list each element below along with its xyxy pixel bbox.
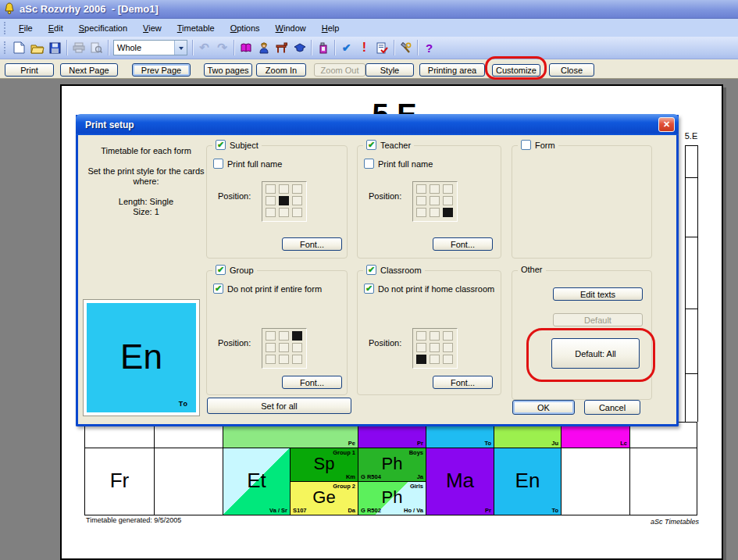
- group-font-button[interactable]: Font...: [282, 376, 342, 389]
- group-checkbox[interactable]: [216, 265, 226, 275]
- application-window: aSc Rozvrhy 2006 - [Demo1] File Edit Spe…: [0, 0, 738, 560]
- menubar-grip[interactable]: [4, 22, 8, 34]
- preview-subject: En: [87, 337, 196, 376]
- close-button[interactable]: Close: [549, 63, 594, 77]
- subject-group: Subject Print full name Position: Font..…: [206, 145, 348, 259]
- zoom-in-button[interactable]: Zoom In: [256, 63, 306, 77]
- menu-timetable[interactable]: Timetable: [170, 22, 222, 34]
- group-no-print-entire-form-checkbox[interactable]: [213, 284, 223, 294]
- two-pages-button[interactable]: Two pages: [204, 63, 252, 77]
- teacher-initials: Va / Sr: [269, 507, 287, 514]
- prev-page-button[interactable]: Prev Page: [132, 63, 191, 77]
- teacher-print-full-name-checkbox[interactable]: [364, 159, 374, 169]
- open-file-icon[interactable]: [28, 39, 46, 56]
- subject-label: Ph: [358, 487, 426, 508]
- lesson-cell-ge: Group 2 Ge S107 Da: [290, 481, 358, 515]
- help-icon[interactable]: ?: [420, 39, 438, 56]
- teacher-initials: To: [551, 507, 558, 514]
- subject-label: Et: [223, 469, 290, 493]
- menu-window[interactable]: Window: [269, 22, 313, 34]
- dialog-close-icon[interactable]: ✕: [658, 117, 675, 132]
- annotation-circle-default-all: [526, 328, 655, 382]
- timetable-grid-column: [685, 145, 698, 422]
- menu-file[interactable]: File: [12, 22, 40, 34]
- classrooms-icon[interactable]: [273, 39, 291, 56]
- teacher-checkbox[interactable]: [366, 140, 376, 150]
- teacher-initials: Ja: [417, 473, 423, 480]
- other-label: Other: [521, 265, 543, 274]
- lesson-cell-ma: Ma Pr: [426, 448, 494, 515]
- undo-icon: ↶: [195, 39, 213, 56]
- group-position-grid[interactable]: [262, 328, 307, 369]
- tools-icon[interactable]: [397, 39, 415, 56]
- subject-print-full-name-checkbox[interactable]: [213, 159, 223, 169]
- teachers-icon[interactable]: [255, 39, 273, 56]
- menu-specification[interactable]: Specification: [72, 22, 134, 34]
- classroom-label: Classroom: [380, 266, 422, 275]
- teacher-print-full-name-label: Print full name: [378, 159, 433, 169]
- classroom-position-grid[interactable]: [412, 328, 458, 369]
- next-page-button[interactable]: Next Page: [60, 63, 118, 77]
- subject-font-button[interactable]: Font...: [282, 237, 342, 251]
- cancel-button[interactable]: Cancel: [584, 400, 640, 415]
- subject-label: Ph: [358, 454, 426, 474]
- dialog-title: Print setup: [85, 119, 134, 130]
- lesson-cell-sp: Group 1 Sp Km: [290, 448, 358, 482]
- zoom-select-arrow-icon[interactable]: [174, 41, 187, 55]
- teacher-initials: Pe: [348, 440, 355, 447]
- subject-checkbox[interactable]: [216, 140, 226, 150]
- teacher-initials: Ho / Va: [404, 507, 423, 514]
- classroom-font-button[interactable]: Font...: [433, 376, 493, 389]
- subject-position-label: Position:: [218, 191, 251, 201]
- lesson-cell-en: En To: [494, 448, 562, 515]
- form-checkbox[interactable]: [521, 140, 531, 150]
- group-group: Group Do not print if entire form Positi…: [206, 270, 348, 395]
- lesson-cell-empty: [561, 448, 630, 515]
- form-side-label: 5.E: [683, 131, 700, 141]
- page-button-row: Print Next Page Prev Page Two pages Zoom…: [0, 59, 738, 79]
- generate-spray-icon[interactable]: [314, 39, 332, 56]
- edit-texts-button[interactable]: Edit texts: [553, 287, 643, 301]
- save-icon[interactable]: [46, 39, 64, 56]
- ok-button[interactable]: OK: [512, 400, 575, 415]
- redo-icon: ↷: [213, 39, 231, 56]
- conflicts-exclamation-icon[interactable]: !: [355, 39, 373, 56]
- classroom-no-print-home-checkbox[interactable]: [364, 284, 374, 294]
- main-toolbar: Whole ↶ ↷ ✔ ! ?: [0, 37, 738, 59]
- room-label: S107: [293, 507, 307, 514]
- menu-options[interactable]: Options: [223, 22, 267, 34]
- teacher-initials: Pr: [485, 507, 491, 514]
- subject-position-grid[interactable]: [262, 181, 307, 222]
- teacher-font-button[interactable]: Font...: [433, 237, 493, 251]
- lesson-cell-ph-girls: Girls Ph G R502 Ho / Va: [358, 481, 426, 515]
- asc-watermark: aSc Timetables: [586, 518, 699, 526]
- window-titlebar: aSc Rozvrhy 2006 - [Demo1]: [0, 0, 738, 19]
- verify-check-icon[interactable]: ✔: [337, 39, 355, 56]
- subjects-book-icon[interactable]: [237, 39, 255, 56]
- new-document-icon[interactable]: [10, 39, 28, 56]
- subject-label: Sp: [291, 454, 358, 474]
- toolbar-grip[interactable]: [4, 41, 8, 54]
- classroom-position-label: Position:: [369, 338, 401, 348]
- subject-label: Ma: [426, 469, 494, 493]
- style-button[interactable]: Style: [365, 63, 414, 77]
- teacher-position-grid[interactable]: [412, 181, 458, 222]
- menu-edit[interactable]: Edit: [41, 22, 70, 34]
- menu-view[interactable]: View: [136, 22, 169, 34]
- lesson-cell-fr: Fr: [84, 448, 155, 515]
- print-button[interactable]: Print: [5, 63, 54, 77]
- set-for-all-button[interactable]: Set for all: [207, 398, 351, 414]
- subject-print-full-name-label: Print full name: [227, 159, 282, 169]
- teacher-initials: To: [484, 440, 491, 447]
- info-line1: Timetable for each form: [101, 146, 191, 155]
- menu-help[interactable]: Help: [315, 22, 347, 34]
- printing-area-button[interactable]: Printing area: [419, 63, 485, 77]
- classroom-checkbox[interactable]: [366, 265, 376, 275]
- app-bell-icon: [3, 2, 16, 16]
- classes-cap-icon[interactable]: [291, 39, 308, 56]
- zoom-select[interactable]: Whole: [113, 40, 187, 55]
- teacher-initials: Pr: [417, 440, 423, 447]
- classroom-group: Classroom Do not print if home classroom…: [357, 270, 501, 395]
- test-document-icon[interactable]: [373, 39, 391, 56]
- group-no-print-entire-form-label: Do not print if entire form: [227, 284, 322, 294]
